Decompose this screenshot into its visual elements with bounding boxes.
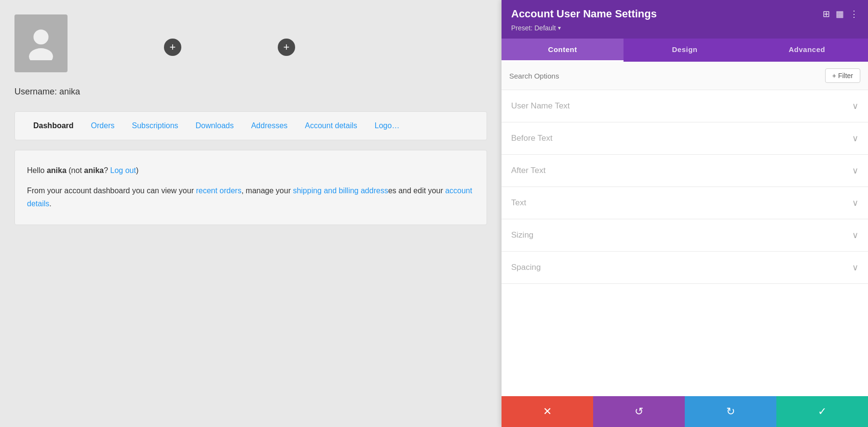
chevron-user-name-text: ∨ (852, 101, 858, 111)
chevron-sizing: ∨ (852, 230, 858, 240)
tab-addresses[interactable]: Addresses (243, 112, 297, 140)
filter-button[interactable]: + Filter (825, 68, 860, 83)
preset-label: Preset: Default (511, 24, 556, 32)
accordion-after-text[interactable]: After Text ∨ (502, 155, 868, 187)
add-section-button-1[interactable]: + (164, 39, 181, 56)
panel-tabs: Content Design Advanced (502, 39, 868, 62)
preset-arrow: ▾ (558, 25, 561, 31)
account-nav: Dashboard Orders Subscriptions Downloads… (14, 111, 487, 140)
accordion-spacing[interactable]: Spacing ∨ (502, 252, 868, 284)
accordion-before-text[interactable]: Before Text ∨ (502, 122, 868, 155)
tab-design[interactable]: Design (624, 39, 746, 62)
preset-selector[interactable]: Preset: Default ▾ (511, 24, 858, 32)
chevron-after-text: ∨ (852, 165, 858, 176)
recent-orders-link[interactable]: recent orders (196, 187, 241, 195)
username-label: Username: anika (0, 82, 502, 107)
welcome-box: Hello anika (not anika? Log out) From yo… (14, 150, 487, 225)
logout-link[interactable]: Log out (110, 166, 136, 174)
welcome-description: From your account dashboard you can view… (27, 184, 475, 210)
avatar (14, 14, 68, 72)
search-bar: + Filter (502, 62, 868, 90)
resize-icon[interactable]: ⊞ (823, 9, 830, 19)
accordion-list: User Name Text ∨ Before Text ∨ After Tex… (502, 90, 868, 396)
columns-icon[interactable]: ▦ (836, 9, 844, 19)
undo-button[interactable]: ↺ (593, 396, 685, 427)
tab-content[interactable]: Content (502, 39, 624, 62)
tab-subscriptions[interactable]: Subscriptions (123, 112, 187, 140)
tab-account-details[interactable]: Account details (296, 112, 366, 140)
tab-logout[interactable]: Logo… (366, 112, 408, 140)
tab-dashboard[interactable]: Dashboard (25, 112, 82, 140)
username-bold-1: anika (47, 166, 67, 174)
welcome-greeting: Hello anika (not anika? Log out) (27, 165, 475, 176)
accordion-text[interactable]: Text ∨ (502, 187, 868, 219)
accordion-label-spacing: Spacing (511, 263, 541, 272)
panel-toolbar: ✕ ↺ ↻ ✓ (502, 396, 868, 427)
svg-point-1 (29, 48, 53, 60)
accordion-user-name-text[interactable]: User Name Text ∨ (502, 90, 868, 122)
panel-title: Account User Name Settings (511, 8, 657, 20)
accordion-sizing[interactable]: Sizing ∨ (502, 219, 868, 252)
person-icon (24, 27, 58, 60)
account-details-link[interactable]: account details (27, 187, 472, 208)
accordion-label-before-text: Before Text (511, 133, 553, 143)
save-button[interactable]: ✓ (776, 396, 868, 427)
tab-orders[interactable]: Orders (82, 112, 123, 140)
accordion-label-text: Text (511, 198, 526, 208)
more-options-icon[interactable]: ⋮ (850, 9, 858, 19)
accordion-label-sizing: Sizing (511, 230, 533, 240)
accordion-label-after-text: After Text (511, 166, 546, 175)
panel-title-icons: ⊞ ▦ ⋮ (823, 9, 858, 19)
redo-button[interactable]: ↻ (685, 396, 776, 427)
add-section-button-2[interactable]: + (278, 39, 295, 56)
chevron-spacing: ∨ (852, 262, 858, 273)
tab-advanced[interactable]: Advanced (746, 39, 868, 62)
settings-panel: Account User Name Settings ⊞ ▦ ⋮ Preset:… (502, 0, 868, 427)
search-input[interactable] (509, 72, 606, 80)
username-bold-2: anika (84, 166, 104, 174)
accordion-label-user-name-text: User Name Text (511, 101, 570, 111)
chevron-before-text: ∨ (852, 133, 858, 144)
panel-header: Account User Name Settings ⊞ ▦ ⋮ Preset:… (502, 0, 868, 39)
address-link[interactable]: shipping and billing address (293, 187, 388, 195)
svg-point-0 (33, 29, 48, 44)
chevron-text: ∨ (852, 198, 858, 208)
tab-downloads[interactable]: Downloads (187, 112, 243, 140)
cancel-button[interactable]: ✕ (502, 396, 593, 427)
